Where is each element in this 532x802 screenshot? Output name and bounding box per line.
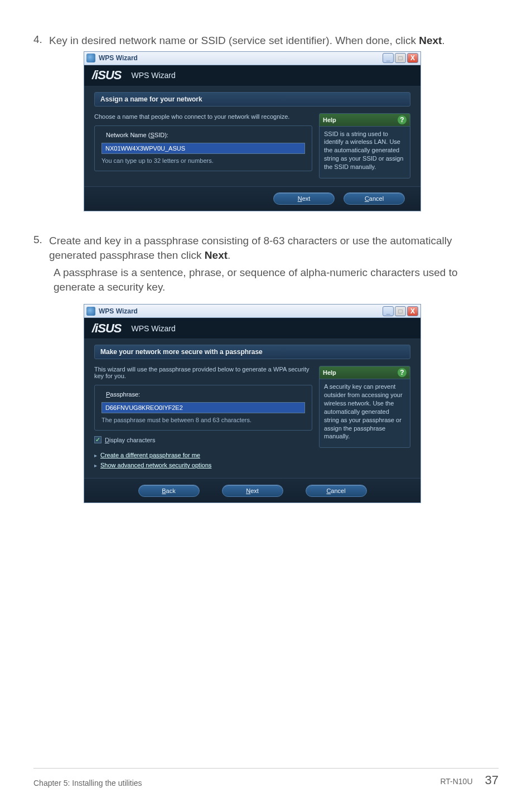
- cancel-u: C: [326, 487, 331, 494]
- help-title: Help: [323, 369, 336, 376]
- wps-wizard-window-2: WPS Wizard _ □ X /iSUS WPS Wizard Make y…: [84, 304, 421, 503]
- legend-u: S: [150, 132, 154, 138]
- section-lead: This wizard will use the passphrase prov…: [94, 366, 312, 379]
- chevron-right-icon: ▸: [94, 452, 97, 458]
- cancel-button[interactable]: Cancel: [344, 192, 405, 205]
- brand-row: /iSUS WPS Wizard: [84, 318, 420, 339]
- next-button[interactable]: Next: [222, 485, 283, 497]
- window-title: WPS Wizard: [99, 307, 383, 315]
- footer-model: RT-N10U: [440, 777, 472, 786]
- legend-post: assphrase:: [110, 391, 140, 398]
- minimize-button[interactable]: _: [383, 306, 394, 316]
- next-u: N: [246, 487, 250, 494]
- footer-left: Chapter 5: Installing the utilities: [33, 779, 142, 787]
- brand-row: /iSUS WPS Wizard: [84, 65, 420, 86]
- cancel-rest: ancel: [331, 487, 345, 494]
- help-panel: Help ? A security key can prevent outsid…: [319, 366, 410, 448]
- legend-pre: Network Name (: [106, 132, 150, 138]
- maximize-button: □: [395, 53, 406, 63]
- network-name-legend: Network Name (SSID):: [104, 132, 171, 138]
- back-rest: ack: [166, 487, 176, 494]
- maximize-button: □: [395, 306, 406, 316]
- help-body: A security key can prevent outsider from…: [320, 379, 410, 444]
- brand-title: WPS Wizard: [131, 71, 175, 80]
- wps-wizard-window-1: WPS Wizard _ □ X /iSUS WPS Wizard Assign…: [84, 51, 421, 211]
- display-characters-label: Display characters: [105, 437, 156, 443]
- footer-page: 37: [485, 773, 499, 787]
- next-rest: ext: [250, 487, 259, 494]
- step5-paragraph: A passphrase is a sentence, phrase, or s…: [54, 265, 499, 294]
- help-body: SSID is a string used to identify a wire…: [320, 127, 410, 175]
- wizard-footer: Back Next Cancel: [84, 478, 420, 503]
- link-create-passphrase[interactable]: ▸ Create a different passphrase for me: [94, 450, 312, 460]
- back-u: B: [162, 487, 166, 494]
- step5-text-a: Create and key in a passphrase consistin…: [49, 235, 452, 261]
- link1-text: Create a different passphrase for me: [100, 452, 200, 458]
- step4-text-b: .: [442, 35, 444, 46]
- window-title: WPS Wizard: [99, 54, 383, 62]
- brand-logo: /iSUS: [92, 68, 121, 83]
- help-panel: Help ? SSID is a string used to identify…: [319, 113, 410, 178]
- passphrase-input[interactable]: [101, 402, 305, 413]
- passphrase-hint: The passphrase must be between 8 and 63 …: [101, 417, 305, 423]
- link-advanced-options[interactable]: ▸ Show advanced network security options: [94, 460, 312, 470]
- step4-text-a: Key in desired network name or SSID (ser…: [49, 35, 419, 46]
- chevron-right-icon: ▸: [94, 462, 97, 468]
- titlebar: WPS Wizard _ □ X: [84, 52, 420, 65]
- wizard-footer: Next Cancel: [84, 186, 420, 211]
- next-rest: ext: [302, 195, 311, 202]
- app-icon: [86, 54, 95, 62]
- section-header: Assign a name for your network: [94, 92, 410, 107]
- cancel-rest: ancel: [369, 195, 384, 202]
- app-icon: [86, 307, 95, 316]
- back-button[interactable]: Back: [138, 485, 200, 497]
- ssid-input[interactable]: [101, 143, 305, 154]
- cancel-u: C: [365, 195, 369, 202]
- cancel-button[interactable]: Cancel: [306, 485, 367, 497]
- step-number: 4.: [33, 33, 49, 46]
- legend-post: SID):: [154, 132, 168, 138]
- brand-logo: /iSUS: [92, 321, 121, 336]
- section-header: Make your network more secure with a pas…: [94, 345, 410, 359]
- network-name-fieldset: Network Name (SSID): You can type up to …: [94, 125, 312, 171]
- link2-text: Show advanced network security options: [100, 462, 211, 468]
- page-footer: Chapter 5: Installing the utilities RT-N…: [33, 768, 499, 787]
- display-characters-checkbox[interactable]: ✓: [94, 436, 101, 443]
- step4-text: Key in desired network name or SSID (ser…: [49, 33, 499, 48]
- step4-bold: Next: [419, 35, 442, 46]
- minimize-button[interactable]: _: [383, 53, 394, 63]
- step5-bold: Next: [205, 249, 228, 261]
- help-title: Help: [323, 117, 336, 123]
- passphrase-legend: Passphrase:: [104, 391, 142, 398]
- titlebar: WPS Wizard _ □ X: [84, 305, 420, 318]
- next-u: N: [298, 195, 302, 202]
- section-lead: Choose a name that people who connect to…: [94, 113, 312, 120]
- next-button[interactable]: Next: [273, 192, 335, 205]
- close-button[interactable]: X: [407, 306, 418, 316]
- step5-text: Create and key in a passphrase consistin…: [49, 234, 499, 262]
- help-icon[interactable]: ?: [398, 368, 407, 377]
- help-icon[interactable]: ?: [398, 115, 407, 124]
- step5-text-b: .: [228, 249, 230, 261]
- close-button[interactable]: X: [407, 53, 418, 63]
- passphrase-fieldset: Passphrase: The passphrase must be betwe…: [94, 385, 312, 431]
- ssid-hint: You can type up to 32 letters or numbers…: [101, 157, 305, 164]
- step-number: 5.: [33, 234, 49, 246]
- brand-title: WPS Wizard: [131, 324, 175, 333]
